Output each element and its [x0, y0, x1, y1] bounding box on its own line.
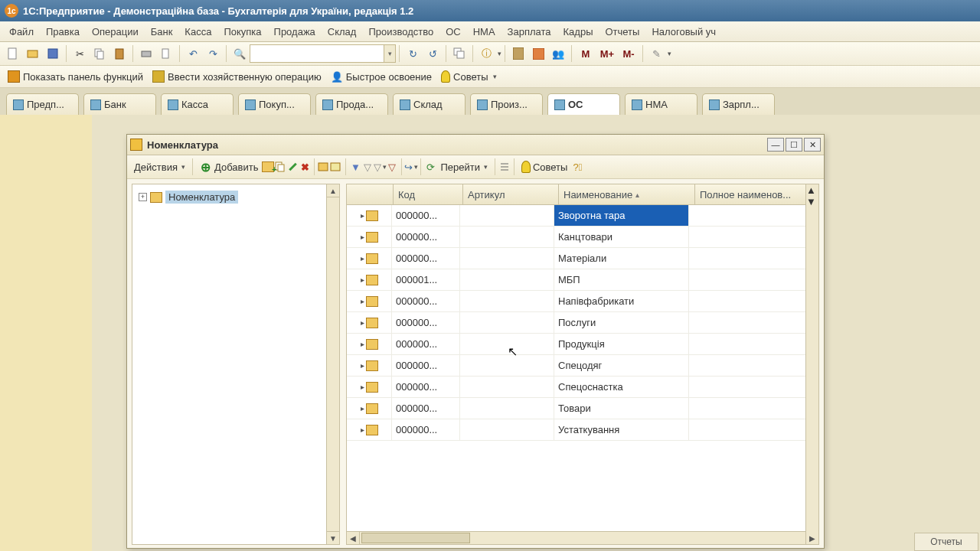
copy-icon[interactable] — [92, 46, 107, 61]
scroll-down-icon[interactable]: ▼ — [806, 196, 818, 207]
users-icon[interactable]: 👥 — [550, 46, 566, 61]
maximize-button[interactable]: ☐ — [786, 138, 802, 152]
tab-2[interactable]: Касса — [161, 93, 234, 115]
add-button[interactable]: ⊕ Добавить — [196, 159, 262, 174]
tab-9[interactable]: Зарпл... — [702, 93, 775, 115]
th-article[interactable]: Артикул — [463, 184, 559, 204]
show-functions-panel[interactable]: Показать панель функций — [3, 69, 148, 84]
m-minus-button[interactable]: M- — [620, 46, 637, 61]
tree-root-node[interactable]: + Номенклатура — [137, 189, 322, 205]
menu-7[interactable]: Склад — [322, 23, 363, 41]
search-dropdown[interactable]: ▾ — [384, 44, 396, 63]
th-fullname[interactable]: Полное наименов... — [695, 184, 818, 204]
menu-13[interactable]: Отчеты — [599, 23, 645, 41]
menu-9[interactable]: ОС — [439, 23, 467, 41]
list-icon[interactable] — [498, 161, 511, 173]
scroll-down-icon[interactable]: ▼ — [327, 531, 339, 544]
window-titlebar[interactable]: Номенклатура — ☐ ✕ — [127, 135, 824, 155]
print-icon[interactable] — [139, 46, 154, 61]
close-button[interactable]: ✕ — [804, 138, 821, 152]
tab-6[interactable]: Произ... — [470, 93, 543, 115]
table-row[interactable]: ▸000000...Матеріали — [347, 248, 818, 269]
table-row[interactable]: ▸000000...Продукція — [347, 334, 818, 355]
menu-14[interactable]: Налоговый уч — [645, 23, 722, 41]
enter-operation[interactable]: Ввести хозяйственную операцию — [148, 69, 326, 84]
scroll-left-icon[interactable]: ◀ — [347, 532, 360, 544]
menu-12[interactable]: Кадры — [557, 23, 599, 41]
filter3-icon[interactable]: ▽▾ — [374, 161, 386, 173]
v-scrollbar[interactable]: ▲ ▼ — [805, 184, 818, 532]
menu-3[interactable]: Банк — [145, 23, 179, 41]
open-icon[interactable] — [25, 46, 41, 61]
edit-icon[interactable] — [286, 161, 299, 173]
calendar-icon[interactable] — [531, 46, 546, 61]
scroll-up-icon[interactable]: ▲ — [806, 184, 818, 196]
tips-button[interactable]: Советы ▾ — [436, 69, 501, 84]
preview-icon[interactable] — [158, 46, 174, 61]
goto-menu[interactable]: Перейти▾ — [436, 160, 492, 174]
expand-icon[interactable]: + — [139, 193, 147, 201]
quick-start[interactable]: 👤 Быстрое освоение — [326, 70, 436, 84]
new-doc-icon[interactable] — [5, 46, 21, 61]
windows-icon[interactable] — [452, 46, 467, 61]
th-icon[interactable] — [347, 184, 394, 204]
nav-icon[interactable]: ↺ — [425, 46, 440, 61]
actions-menu[interactable]: Действия▾ — [130, 160, 189, 174]
menu-0[interactable]: Файл — [3, 23, 40, 41]
minimize-button[interactable]: — — [767, 138, 784, 152]
dropdown-icon[interactable]: ▾ — [668, 50, 671, 57]
table-row[interactable]: ▸000000...Зворотна тара — [347, 205, 818, 227]
calc-icon[interactable] — [511, 46, 526, 61]
m-button[interactable]: M — [577, 46, 594, 61]
m-plus-button[interactable]: M+ — [599, 46, 616, 61]
undo-icon[interactable]: ↶ — [185, 46, 201, 61]
redo-icon[interactable]: ↷ — [205, 46, 220, 61]
tree-scrollbar[interactable]: ▲ ▼ — [326, 184, 339, 544]
table-row[interactable]: ▸000000...Спецодяг — [347, 355, 818, 377]
table-row[interactable]: ▸000000...Товари — [347, 398, 818, 419]
th-code[interactable]: Код — [394, 184, 463, 204]
table-row[interactable]: ▸000000...Спецоснастка — [347, 377, 818, 398]
menu-8[interactable]: Производство — [362, 23, 439, 41]
menu-5[interactable]: Покупка — [217, 23, 267, 41]
tab-4[interactable]: Прода... — [315, 93, 388, 115]
tab-7[interactable]: ОС — [547, 93, 620, 115]
scroll-thumb[interactable] — [361, 533, 470, 543]
delete-icon[interactable]: ✖ — [299, 161, 311, 173]
paste-icon[interactable] — [112, 46, 127, 61]
bottom-reports-tab[interactable]: Отчеты — [914, 533, 978, 551]
scroll-right-icon[interactable]: ▶ — [805, 532, 818, 544]
search-input[interactable] — [250, 44, 384, 63]
menu-11[interactable]: Зарплата — [501, 23, 557, 41]
tab-8[interactable]: НМА — [625, 93, 697, 115]
save-icon[interactable] — [45, 46, 60, 61]
menu-2[interactable]: Операции — [86, 23, 145, 41]
table-row[interactable]: ▸000000...Напівфабрикати — [347, 291, 818, 312]
tab-1[interactable]: Банк — [83, 93, 156, 115]
filter1-icon[interactable]: ▼ — [349, 161, 361, 173]
tab-3[interactable]: Покуп... — [238, 93, 311, 115]
hierarchy-icon[interactable] — [330, 161, 342, 173]
help-icon[interactable]: ?⃝ — [571, 161, 583, 173]
nav-icon[interactable]: ↪▾ — [405, 161, 417, 173]
tab-0[interactable]: Предп... — [6, 93, 79, 115]
filter2-icon[interactable]: ▽ — [361, 161, 374, 173]
search-icon[interactable]: 🔍 — [232, 46, 247, 61]
refresh-icon[interactable]: ⟳ — [424, 161, 436, 173]
scroll-up-icon[interactable]: ▲ — [327, 184, 339, 197]
table-row[interactable]: ▸000000...Послуги — [347, 312, 818, 334]
menu-1[interactable]: Правка — [40, 23, 86, 41]
th-name[interactable]: Наименование — [559, 184, 695, 204]
move-icon[interactable] — [318, 161, 330, 173]
dropdown-icon[interactable]: ▾ — [498, 50, 501, 57]
table-row[interactable]: ▸000000...Устаткування — [347, 419, 818, 441]
add-folder-icon[interactable]: + — [262, 161, 274, 173]
tips-button[interactable]: Советы — [518, 159, 571, 174]
menu-10[interactable]: НМА — [467, 23, 501, 41]
menu-4[interactable]: Касса — [178, 23, 217, 41]
cut-icon[interactable]: ✂ — [72, 46, 87, 61]
h-scrollbar[interactable]: ◀ ▶ — [347, 531, 818, 544]
table-row[interactable]: ▸000000...Канцтовари — [347, 227, 818, 248]
tab-5[interactable]: Склад — [393, 93, 466, 115]
tool-icon[interactable]: ✎ — [648, 46, 664, 61]
